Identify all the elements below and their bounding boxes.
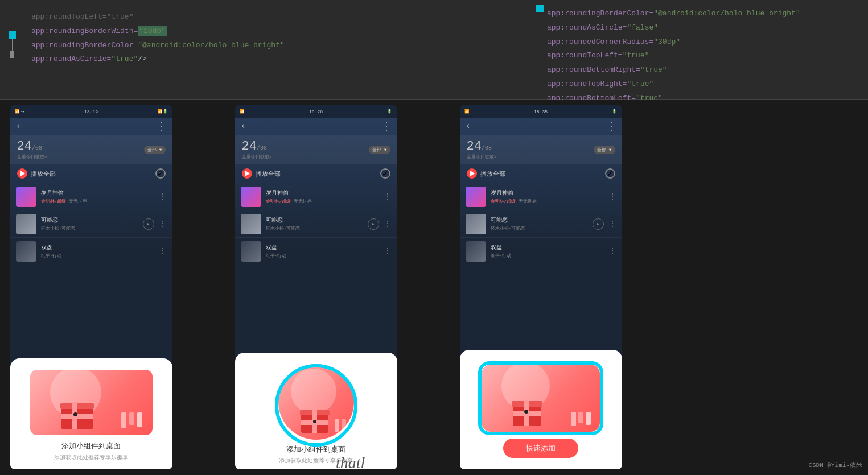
phone-1-play-all-text: 播放全部 [31, 170, 56, 178]
code-line-0: app:roundTopLeft="true" [0, 10, 524, 24]
phone-2: 📶 16:26 🔋 ‹ ⋮ 24/08 全量今日歌放> 全部 ▼ 播放全部 [235, 105, 397, 469]
phone-3-badge: 全部 ▼ [594, 146, 615, 154]
phone-2-date-sub: 全量今日歌放> [242, 154, 272, 160]
phone-2-list-header: 播放全部 ✓ [235, 164, 397, 183]
phone-3-status-icons: 📶 [464, 109, 470, 114]
phone-3-song-2-action-icon: ▶ [593, 218, 604, 230]
phone-2-menu-icon: ⋮ [381, 120, 392, 133]
phone-2-back-icon: ‹ [241, 121, 246, 131]
phone-1-song-3-title: 双盘 [41, 243, 154, 251]
phone-1-status-icons: 📶✦✦ [15, 109, 25, 114]
phone-1: 📶✦✦ 18:19 📶🔋 ‹ ⋮ 24/08 全量今日歌放> 全部 ▼ [10, 105, 172, 469]
phone-2-bottom-card: 添加小组件到桌面 添加获取此处推荐专享乐趣享 快速添加 [235, 353, 397, 469]
phone-1-card-title: 添加小组件到桌面 [61, 441, 121, 451]
phone-1-date: 24 [17, 139, 32, 154]
phone-3-right-icons: 🔋 [612, 109, 617, 114]
phone-3-play-all-text: 播放全部 [480, 170, 505, 178]
phones-area: 📶✦✦ 18:19 📶🔋 ‹ ⋮ 24/08 全量今日歌放> 全部 ▼ [0, 100, 868, 475]
code-line-1: app:roundingBorderWidth="10dp" [0, 24, 524, 39]
phone-1-nav: ‹ ⋮ [10, 118, 172, 135]
phone-2-circle-wrapper [275, 364, 357, 440]
phone-2-song-1-info: 岁月神偷 金明林/超级·无无世界 [266, 189, 379, 204]
phone-2-song-2-info: 可能恋 轻木小松·可能恋 [266, 216, 363, 232]
phone-2-song-2-title: 可能恋 [266, 216, 363, 224]
phone-1-song-1-meta: 金明林/超级·无无世界 [41, 198, 154, 204]
phone-3-song-2: 可能恋 轻木小松·可能恋 ▶ ⋮ [460, 210, 622, 238]
phone-3-song-1-meta: 金明林/超级·无无世界 [491, 198, 604, 204]
code-line-3: app:roundAsCircle="true"/> [0, 52, 524, 67]
phone-1-status-bar: 📶✦✦ 18:19 📶🔋 [10, 105, 172, 118]
phone-1-song-2-thumb [16, 214, 36, 234]
phone-1-play-all: 播放全部 [17, 168, 56, 179]
phone-1-back-icon: ‹ [16, 121, 22, 131]
phone-2-song-1-title: 岁月神偷 [266, 189, 379, 197]
watermark: CSDN @Yimi-依米 [808, 461, 862, 469]
code-line-r0: app:roundingBorderColor="@android:color/… [536, 7, 868, 21]
phone-1-song-1-title: 岁月神偷 [41, 189, 154, 197]
phone-2-date-section: 24/08 全量今日歌放> 全部 ▼ [235, 135, 397, 164]
phone-2-song-1-more-icon: ⋮ [384, 192, 392, 201]
phone-2-song-3: 双盘 纸平·行动 ⋮ [235, 238, 397, 265]
code-line-r1: app:roundAsCircle="false" [536, 21, 868, 35]
phone-3-play-icon [467, 168, 477, 179]
phone-1-song-2-more-icon: ⋮ [159, 219, 167, 229]
phone-3-list-header: 播放全部 ✓ [460, 164, 622, 183]
phone-1-song-2-info: 可能恋 轻木小松·可能恋 [41, 216, 138, 232]
phone-1-check-icon: ✓ [155, 168, 166, 179]
phone-3-nav: ‹ ⋮ [460, 118, 622, 135]
code-line-r3: app:roundTopLeft="true" [536, 49, 868, 63]
phone-2-status-bar: 📶 16:26 🔋 [235, 105, 397, 118]
phone-3-song-2-thumb [466, 214, 486, 234]
phone-2-circle-border [275, 364, 357, 447]
phone-2-play-all-text: 播放全部 [256, 170, 281, 178]
phone-1-song-3-more-icon: ⋮ [159, 246, 167, 256]
code-line-r4: app:roundBottomRight="true" [536, 63, 868, 77]
phone-1-date-sub: 全量今日歌放> [17, 154, 47, 160]
phone-1-song-1-info: 岁月神偷 金明林/超级·无无世界 [41, 189, 154, 204]
phone-3-song-2-meta: 轻木小松·可能恋 [491, 225, 588, 232]
phone-3-song-2-title: 可能恋 [491, 216, 588, 224]
phone-3-back-icon: ‹ [466, 121, 471, 131]
phone-1-song-3: 双盘 纸平·行动 ⋮ [10, 238, 172, 265]
phone-2-song-2-meta: 轻木小松·可能恋 [266, 225, 363, 232]
phone-3-song-1-more-icon: ⋮ [608, 192, 616, 201]
phone-2-song-1-meta: 金明林/超级·无无世界 [266, 198, 379, 204]
code-editor: app:roundTopLeft="true" app:roundingBord… [0, 0, 868, 100]
phone-1-time: 18:19 [84, 109, 98, 114]
phone-3-song-3: 双盘 纸平·行动 ⋮ [460, 238, 622, 265]
phone-3-date-sub: 全量今日歌放> [467, 154, 497, 160]
phone-3-song-1-info: 岁月神偷 金明林/超级·无无世界 [491, 189, 604, 204]
phone-3-song-3-info: 双盘 纸平·行动 [491, 243, 604, 259]
phone-2-song-3-thumb [241, 241, 261, 262]
phone-3-play-all: 播放全部 [467, 168, 505, 179]
phone-1-song-1-thumb [16, 187, 36, 207]
phone-1-song-2-action-icon: ▶ [143, 218, 154, 230]
phone-1-ribbons [121, 412, 142, 428]
phone-2-song-1-thumb [241, 187, 261, 207]
phone-1-song-3-info: 双盘 纸平·行动 [41, 243, 154, 259]
phone-3-date-section: 24/08 全量今日歌放> 全部 ▼ [460, 135, 622, 164]
phone-3-song-3-more-icon: ⋮ [608, 246, 616, 256]
phone-3-check-icon: ✓ [605, 168, 615, 179]
phone-1-wrapper: 📶✦✦ 18:19 📶🔋 ‹ ⋮ 24/08 全量今日歌放> 全部 ▼ [3, 100, 179, 475]
code-panel-left: app:roundTopLeft="true" app:roundingBord… [0, 0, 524, 100]
phone-3-add-button[interactable]: 快速添加 [503, 439, 578, 458]
phone-2-play-all: 播放全部 [242, 168, 281, 179]
phone-3-song-1-title: 岁月神偷 [491, 189, 604, 197]
phone-2-badge: 全部 ▼ [369, 146, 390, 154]
phone-1-gift-dot [73, 412, 77, 416]
phone-1-song-2-title: 可能恋 [41, 216, 138, 224]
phone-2-song-3-title: 双盘 [266, 243, 379, 251]
phone-3-month: /08 [482, 145, 492, 151]
phone-2-song-3-more-icon: ⋮ [384, 246, 392, 256]
phone-3-song-3-thumb [466, 241, 486, 262]
phone-1-bottom-card: 添加小组件到桌面 添加获取此处推荐专享乐趣享 快速添加 [10, 358, 172, 469]
phone-2-song-2-action-icon: ▶ [368, 218, 379, 230]
phone-1-play-icon [17, 168, 27, 179]
phone-3-menu-icon: ⋮ [606, 120, 616, 133]
phone-2-status-icons: 📶 [240, 109, 245, 114]
code-line-2: app:roundingBorderColor="@android:color/… [0, 39, 524, 53]
phone-3-rounded-border [478, 361, 603, 435]
phone-1-song-3-thumb [16, 241, 36, 262]
phone-3-date: 24 [467, 139, 482, 154]
